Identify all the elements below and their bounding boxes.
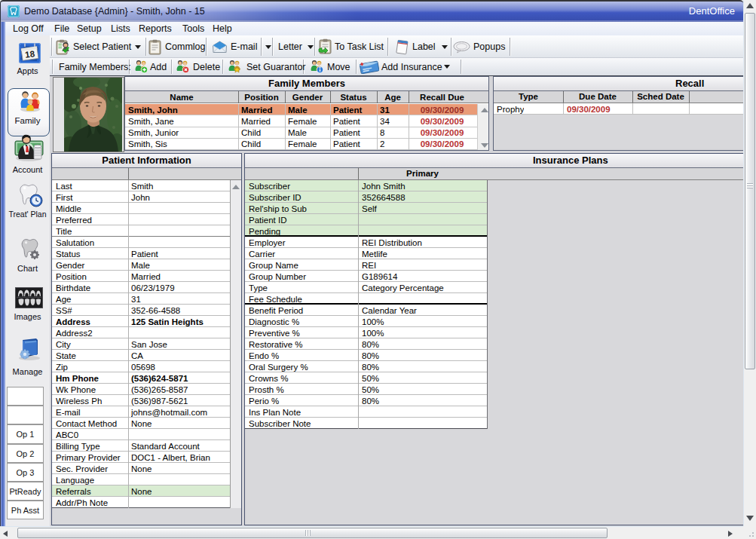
svg-text:18: 18 [24, 49, 35, 60]
